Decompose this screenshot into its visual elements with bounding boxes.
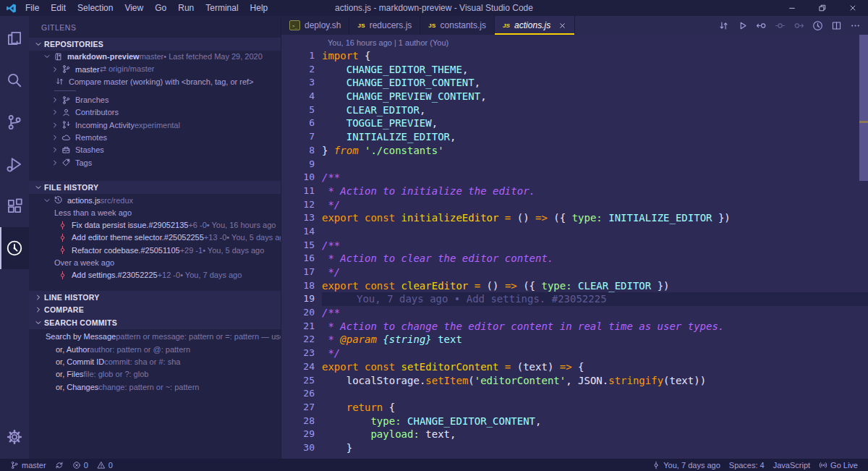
section-header-repositories[interactable]: REPOSITORIES [29,38,281,51]
code-line-5[interactable]: 5 CLEAR_EDITOR, [281,103,868,117]
line-number[interactable]: 27 [281,401,322,415]
statusbar-sync[interactable] [51,461,68,470]
line-number[interactable]: 14 [281,225,322,239]
section-header-compare[interactable]: COMPARE [29,304,281,317]
close-button[interactable] [838,0,868,16]
line-number[interactable]: 28 [281,415,322,428]
line-number[interactable]: 18 [281,279,322,293]
activity-extensions[interactable] [0,185,29,227]
code-line-29[interactable]: 29 payload: text, [281,428,868,441]
line-number[interactable]: 9 [281,158,322,171]
line-number[interactable]: 3 [281,76,322,90]
tab-actions.js[interactable]: JSactions.js [495,16,575,35]
activity-explorer[interactable] [0,17,29,59]
line-number[interactable]: 2 [281,63,322,77]
code-line-30[interactable]: 30 } [281,441,868,455]
commit-row[interactable]: Fix data persist issue. #29052135 +6 -0 … [29,218,281,231]
code-line-21[interactable]: 21 * Action to change the editor content… [281,320,868,334]
codelens-annotation[interactable]: You, 16 hours ago | 1 author (You) [281,35,868,49]
commit-row[interactable]: Add settings. #23052225 +12 -0 • You, 7 … [29,269,281,281]
code-line-3[interactable]: 3 CHANGE_EDITOR_CONTENT, [281,76,868,90]
tab-constants.js[interactable]: JSconstants.js [420,16,495,35]
activity-run-debug[interactable] [0,143,29,185]
line-number[interactable]: 12 [281,198,322,212]
line-number[interactable]: 15 [281,239,322,253]
code-line-14[interactable]: 14 [281,225,868,239]
menu-help[interactable]: Help [244,0,274,16]
commit-row[interactable]: Refactor codebase. #25051105 +29 -1 • Yo… [29,244,281,256]
search-row-4[interactable]: or, Changes change: pattern or ~: patter… [29,381,281,393]
statusbar-you-7-days-ago[interactable]: You, 7 days ago [647,461,725,470]
tab-deploy.sh[interactable]: >_deploy.sh [281,16,349,35]
activity-source-control[interactable] [0,101,29,143]
line-number[interactable]: 5 [281,103,322,117]
statusbar-0[interactable]: 0 [68,461,93,470]
code-line-28[interactable]: 28 type: CHANGE_EDITOR_CONTENT, [281,415,868,428]
menu-run[interactable]: Run [172,0,200,16]
menu-file[interactable]: File [20,0,45,16]
code-line-15[interactable]: 15/** [281,239,868,253]
line-number[interactable]: 13 [281,211,322,225]
line-number[interactable]: 10 [281,171,322,184]
line-number[interactable]: 26 [281,387,322,401]
code-line-6[interactable]: 6 TOGGLE_PREVIEW, [281,116,868,130]
code-line-22[interactable]: 22 * @param {string} text [281,333,868,347]
code-line-2[interactable]: 2 CHANGE_EDITOR_THEME, [281,63,868,77]
split-button[interactable] [831,20,842,31]
line-number[interactable]: 1 [281,49,322,63]
activity-gitlens[interactable] [0,227,29,269]
search-row-0[interactable]: Search by Message pattern or message: pa… [29,331,281,343]
file-history-file-row[interactable]: actions.js src/redux [29,194,281,206]
code-line-18[interactable]: 18export const clearEditor = () => ({ ty… [281,279,868,293]
search-row-1[interactable]: or, Author author: pattern or @: pattern [29,343,281,355]
code-line-13[interactable]: 13export const initializeEditor = () => … [281,211,868,225]
code-line-17[interactable]: 17 */ [281,266,868,279]
code-line-1[interactable]: 1import { [281,49,868,63]
code-line-12[interactable]: 12 */ [281,198,868,212]
line-number[interactable]: 23 [281,347,322,360]
line-number[interactable]: 22 [281,333,322,347]
code-line-20[interactable]: 20/** [281,306,868,320]
branch-row[interactable]: master ⇄ origin/master [29,63,281,75]
line-number[interactable]: 16 [281,252,322,266]
section-header-file-history[interactable]: FILE HISTORY [29,181,281,194]
code-line-8[interactable]: 8} from './constants' [281,144,868,158]
line-number[interactable]: 7 [281,130,322,144]
code-line-10[interactable]: 10/** [281,171,868,184]
line-number[interactable]: 25 [281,374,322,388]
menu-go[interactable]: Go [149,0,172,16]
code-line-19[interactable]: 19You, 7 days ago • Add settings. #23052… [281,292,868,306]
open-change-button[interactable] [775,20,786,31]
line-number[interactable]: 19 [281,292,322,306]
code-line-9[interactable]: 9 [281,158,868,171]
code-line-11[interactable]: 11 * Action to initialize the editor. [281,184,868,198]
section-header-line-history[interactable]: LINE HISTORY [29,291,281,304]
code-line-25[interactable]: 25 localStorage.setItem('editorContent',… [281,374,868,388]
tree-item-stashes[interactable]: Stashes [29,144,281,156]
line-number[interactable]: 8 [281,144,322,158]
restore-button[interactable] [807,0,838,16]
commit-row[interactable]: Add editor theme selector. #25052255 +13… [29,232,281,244]
menu-terminal[interactable]: Terminal [200,0,244,16]
line-number[interactable]: 21 [281,320,322,334]
statusbar-go-live[interactable]: Go Live [814,461,862,470]
line-number[interactable]: 20 [281,306,322,320]
code-line-26[interactable]: 26 [281,387,868,401]
prev-change-button[interactable] [756,20,767,31]
code-line-16[interactable]: 16 * Action to clear the editor content. [281,252,868,266]
tab-reducers.js[interactable]: JSreducers.js [349,16,420,35]
code-line-27[interactable]: 27 return { [281,401,868,415]
code-line-4[interactable]: 4 CHANGE_PREVIEW_CONTENT, [281,90,868,103]
repo-row[interactable]: markdown-preview master • Last fetched M… [29,51,281,63]
code-line-7[interactable]: 7 INITIALIZE_EDITOR, [281,130,868,144]
search-row-3[interactable]: or, Files file: glob or ?: glob [29,368,281,381]
more-button[interactable] [850,20,861,31]
activity-settings[interactable] [0,421,29,453]
code-line-24[interactable]: 24export const setEditorContent = (text)… [281,360,868,374]
tree-item-remotes[interactable]: Remotes [29,131,281,143]
statusbar-spaces-4[interactable]: Spaces: 4 [725,461,769,470]
minimize-button[interactable] [777,0,807,16]
editor-scrollbar-thumb[interactable] [859,35,868,181]
statusbar-master[interactable]: master [6,461,51,470]
tree-item-incoming-activity[interactable]: Incoming Activity experimental [29,119,281,131]
